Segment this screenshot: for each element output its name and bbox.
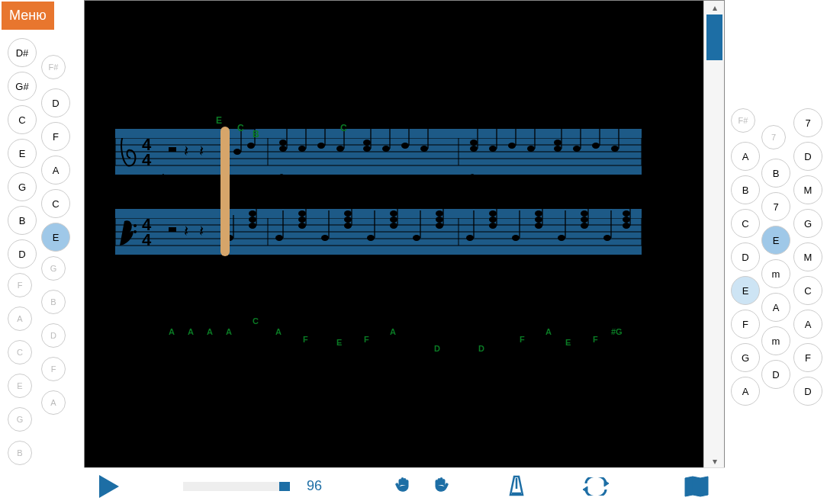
r-c2-5[interactable]: A — [761, 293, 790, 322]
svg-point-26 — [336, 146, 344, 152]
r-c1-1[interactable]: A — [731, 142, 760, 171]
r-c1-8[interactable]: A — [731, 377, 760, 406]
note-D-sharp[interactable]: D# — [8, 38, 37, 67]
nb7: E — [336, 338, 342, 347]
right-hand-icon[interactable] — [430, 476, 450, 497]
playback-toolbar: 96 — [84, 467, 725, 504]
note-E-highlight[interactable]: E — [41, 223, 70, 252]
svg-point-117 — [581, 223, 588, 229]
note-f2f[interactable]: F — [41, 357, 66, 381]
svg-point-112 — [535, 217, 542, 223]
svg-point-83 — [298, 210, 306, 217]
svg-text:𝄽: 𝄽 — [185, 226, 188, 236]
svg-point-42 — [489, 146, 497, 152]
chord-C2: C — [340, 123, 347, 133]
nb15: F — [593, 335, 598, 344]
svg-point-115 — [558, 235, 565, 241]
note-A[interactable]: A — [41, 156, 70, 185]
r-c3-0[interactable]: 7 — [793, 108, 822, 137]
svg-point-75 — [249, 223, 256, 229]
note-C[interactable]: C — [8, 105, 37, 134]
r-c1-5-hl[interactable]: E — [731, 276, 760, 305]
svg-point-46 — [527, 146, 535, 152]
svg-point-44 — [508, 143, 516, 149]
r-c3-3[interactable]: G — [793, 209, 822, 238]
note-f1g[interactable]: G — [8, 407, 32, 432]
note-D[interactable]: D — [41, 88, 70, 117]
r-c2-2[interactable]: 7 — [761, 192, 790, 221]
r-c3-6[interactable]: A — [793, 310, 822, 339]
note-f2a[interactable]: A — [41, 390, 66, 415]
r-c2-0[interactable]: 7 — [761, 125, 786, 149]
menu-button[interactable]: Меню — [2, 2, 54, 30]
scroll-thumb[interactable] — [706, 14, 722, 60]
svg-point-79 — [275, 235, 283, 241]
r-c1-2[interactable]: B — [731, 175, 760, 204]
chord-E: E — [216, 115, 222, 126]
r-c3-7[interactable]: F — [793, 343, 822, 372]
r-c3-8[interactable]: D — [793, 377, 822, 406]
r-c1-0[interactable]: F# — [731, 108, 755, 133]
note-F-sharp[interactable]: F# — [41, 55, 66, 79]
r-c1-7[interactable]: G — [731, 343, 760, 372]
svg-point-36 — [420, 146, 428, 152]
nb4: C — [253, 316, 259, 326]
note-f1e[interactable]: E — [8, 374, 32, 398]
notes: 𝄽 𝄽 — [169, 123, 619, 156]
nb9: A — [390, 327, 396, 336]
note-f2b[interactable]: B — [41, 290, 66, 314]
nb5: A — [275, 327, 282, 336]
r-c3-5[interactable]: C — [793, 276, 822, 305]
note-f1b[interactable]: B — [8, 441, 32, 465]
svg-point-100 — [436, 217, 443, 223]
note-B[interactable]: B — [8, 206, 37, 235]
note-D[interactable]: D — [8, 239, 37, 268]
r-c2-1[interactable]: B — [761, 159, 790, 188]
r-c1-6[interactable]: F — [731, 310, 760, 339]
overview-map-icon[interactable] — [684, 475, 710, 498]
r-c2-7[interactable]: D — [761, 360, 790, 389]
measure-2: 2 — [279, 172, 284, 181]
svg-point-32 — [382, 146, 390, 152]
note-C2[interactable]: C — [41, 189, 70, 218]
note-G-sharp[interactable]: G# — [8, 72, 37, 101]
note-f1a[interactable]: A — [8, 307, 32, 331]
r-c2-3-hl[interactable]: E — [761, 226, 790, 255]
svg-point-118 — [581, 217, 588, 223]
r-c3-2[interactable]: M — [793, 175, 822, 204]
note-E[interactable]: E — [8, 139, 37, 168]
score-canvas[interactable]: 4 4 𝄽 𝄽 — [108, 8, 687, 458]
svg-point-97 — [413, 235, 420, 241]
r-c3-4[interactable]: M — [793, 242, 822, 271]
play-button[interactable] — [99, 475, 119, 498]
nb8: F — [364, 335, 369, 344]
svg-point-76 — [249, 217, 256, 223]
note-F[interactable]: F — [41, 122, 70, 151]
right-accordion-panel: F# A B C D E F G A 7 B 7 E m A m D 7 D M… — [725, 0, 827, 467]
note-f1f[interactable]: F — [8, 273, 32, 297]
svg-point-91 — [367, 235, 375, 241]
svg-point-49 — [554, 146, 562, 152]
scroll-up-icon[interactable]: ▴ — [704, 1, 725, 14]
playback-cursor[interactable] — [220, 127, 230, 256]
svg-text:𝄽: 𝄽 — [200, 146, 204, 156]
note-f2g[interactable]: G — [41, 256, 66, 281]
note-f1c[interactable]: C — [8, 340, 32, 364]
note-G[interactable]: G — [8, 172, 37, 201]
svg-rect-70 — [169, 227, 176, 232]
tempo-slider[interactable] — [183, 482, 290, 491]
svg-point-40 — [470, 140, 478, 146]
chord-C: C — [237, 123, 244, 133]
note-f2d[interactable]: D — [41, 323, 66, 348]
r-c2-4[interactable]: m — [761, 259, 790, 288]
scroll-down-icon[interactable]: ▾ — [704, 454, 725, 468]
r-c1-4[interactable]: D — [731, 242, 760, 271]
left-hand-icon[interactable] — [394, 476, 414, 497]
loop-icon[interactable] — [583, 477, 609, 496]
r-c1-3[interactable]: C — [731, 209, 760, 238]
vertical-scrollbar[interactable]: ▴ ▾ — [703, 1, 724, 468]
metronome-icon[interactable] — [507, 475, 526, 498]
svg-point-52 — [573, 146, 581, 152]
r-c3-1[interactable]: D — [793, 142, 822, 171]
r-c2-6[interactable]: m — [761, 326, 790, 355]
